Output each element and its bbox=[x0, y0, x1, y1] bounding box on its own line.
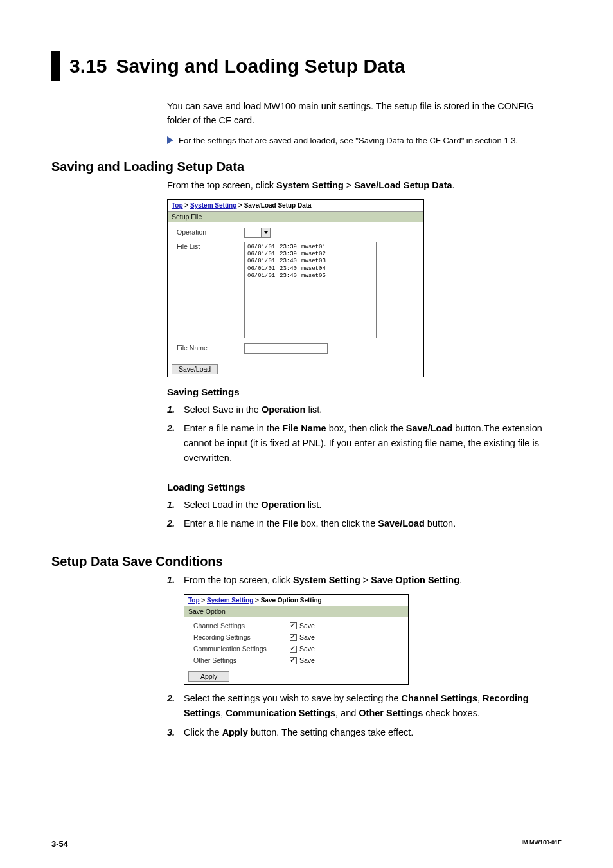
operation-select-value: ---- bbox=[245, 229, 261, 236]
file-row[interactable]: 06/01/0123:40mwset03 bbox=[247, 258, 373, 265]
step-number: 3 bbox=[167, 725, 184, 740]
heading-saving-settings: Saving Settings bbox=[167, 386, 542, 397]
label-other-settings: Other Settings bbox=[193, 656, 290, 664]
saving-step-2: Enter a file name in the File Name box, … bbox=[184, 421, 542, 466]
file-name-input[interactable] bbox=[244, 343, 328, 354]
checkbox-icon bbox=[290, 622, 297, 629]
bc-current: Save/Load Setup Data bbox=[244, 202, 312, 209]
page-number: 3-54 bbox=[51, 839, 68, 849]
subsection-heading-saving-loading: Saving and Loading Setup Data bbox=[51, 159, 562, 174]
bc-link-top[interactable]: Top bbox=[172, 202, 183, 209]
reference-arrow-icon bbox=[167, 136, 173, 144]
document-id: IM MW100-01E bbox=[521, 839, 562, 849]
section-number: 3.15 bbox=[66, 51, 116, 81]
panel-header-save-option: Save Option bbox=[184, 606, 408, 617]
checkbox-icon bbox=[290, 657, 297, 664]
chevron-down-icon[interactable] bbox=[261, 228, 270, 237]
saving-step-1: Select Save in the Operation list. bbox=[184, 402, 542, 417]
breadcrumb-1: Top > System Setting > Save/Load Setup D… bbox=[168, 200, 423, 211]
checkbox-recording-settings[interactable]: Save bbox=[290, 633, 315, 641]
bc-current: Save Option Setting bbox=[261, 597, 322, 604]
step-number: 1 bbox=[167, 573, 184, 588]
bc-link-system-setting[interactable]: System Setting bbox=[207, 597, 253, 604]
file-row[interactable]: 06/01/0123:40mwset04 bbox=[247, 266, 373, 273]
label-communication-settings: Communication Settings bbox=[193, 645, 290, 653]
breadcrumb-2: Top > System Setting > Save Option Setti… bbox=[184, 595, 408, 606]
checkbox-icon bbox=[290, 646, 297, 653]
loading-step-1: Select Load in the Operation list. bbox=[184, 498, 542, 512]
nav-instruction-1: From the top screen, click System Settin… bbox=[167, 178, 542, 192]
save-load-button[interactable]: Save/Load bbox=[172, 364, 218, 374]
checkbox-channel-settings[interactable]: Save bbox=[290, 622, 315, 629]
cond-step-1: From the top screen, click System Settin… bbox=[184, 573, 542, 588]
checkbox-other-settings[interactable]: Save bbox=[290, 656, 315, 664]
section-title-block: 3.15 Saving and Loading Setup Data bbox=[51, 51, 562, 81]
label-file-name: File Name bbox=[177, 343, 244, 352]
operation-select[interactable]: ---- bbox=[244, 228, 271, 238]
apply-button[interactable]: Apply bbox=[188, 671, 229, 682]
screenshot-save-load: Top > System Setting > Save/Load Setup D… bbox=[167, 199, 424, 377]
file-row[interactable]: 06/01/0123:40mwset05 bbox=[247, 273, 373, 280]
label-operation: Operation bbox=[177, 228, 244, 236]
step-number: 1 bbox=[167, 498, 184, 512]
file-row[interactable]: 06/01/0123:39mwset01 bbox=[247, 244, 373, 251]
title-marker bbox=[51, 51, 60, 81]
section-title: Saving and Loading Setup Data bbox=[116, 51, 405, 81]
step-number: 1 bbox=[167, 402, 184, 417]
panel-header-setup-file: Setup File bbox=[168, 211, 423, 222]
page-footer: 3-54 IM MW100-01E bbox=[51, 836, 562, 849]
subsection-heading-save-conditions: Setup Data Save Conditions bbox=[51, 554, 562, 569]
label-recording-settings: Recording Settings bbox=[193, 633, 290, 641]
label-file-list: File List bbox=[177, 242, 244, 250]
step-number: 2 bbox=[167, 691, 184, 721]
intro-paragraph: You can save and load MW100 main unit se… bbox=[167, 99, 542, 128]
label-channel-settings: Channel Settings bbox=[193, 622, 290, 629]
screenshot-save-option: Top > System Setting > Save Option Setti… bbox=[184, 594, 409, 685]
bc-link-top[interactable]: Top bbox=[188, 597, 200, 604]
heading-loading-settings: Loading Settings bbox=[167, 482, 542, 493]
step-number: 2 bbox=[167, 421, 184, 466]
loading-step-2: Enter a file name in the File box, then … bbox=[184, 516, 542, 531]
reference-note: For the settings that are saved and load… bbox=[179, 134, 518, 147]
file-list[interactable]: 06/01/0123:39mwset01 06/01/0123:39mwset0… bbox=[244, 242, 377, 338]
cond-step-3: Click the Apply button. The setting chan… bbox=[184, 725, 542, 740]
checkbox-icon bbox=[290, 634, 297, 641]
file-row[interactable]: 06/01/0123:39mwset02 bbox=[247, 251, 373, 258]
cond-step-2: Select the settings you wish to save by … bbox=[184, 691, 542, 721]
step-number: 2 bbox=[167, 516, 184, 531]
checkbox-communication-settings[interactable]: Save bbox=[290, 645, 315, 653]
bc-link-system-setting[interactable]: System Setting bbox=[190, 202, 236, 209]
